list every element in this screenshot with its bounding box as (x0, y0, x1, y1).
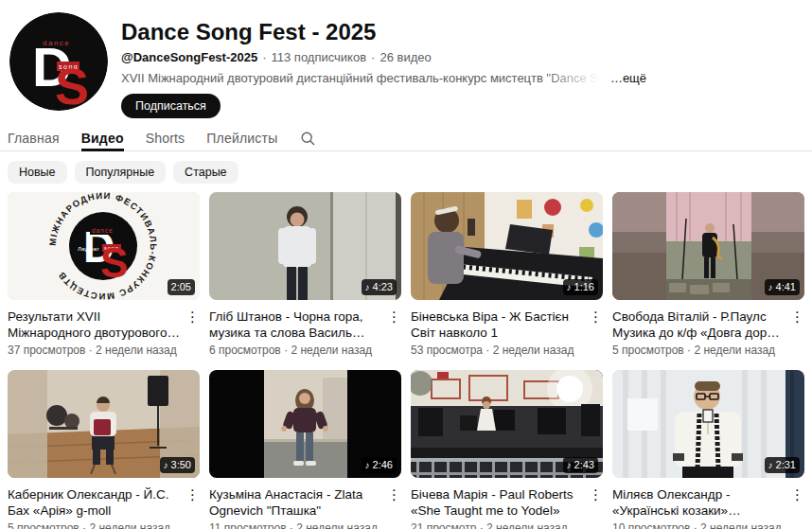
tab-videos[interactable]: Видео (81, 126, 124, 150)
tab-shorts[interactable]: Shorts (146, 126, 185, 150)
video-meta: 37 просмотров · 2 недели назад (8, 344, 181, 357)
duration-badge: 2:05 (168, 279, 195, 295)
video-title[interactable]: Бічева Марія - Paul Roberts «She Taught … (411, 486, 584, 519)
kebab-menu-icon[interactable]: ⋮ (790, 309, 804, 357)
channel-meta: @DanceSongFest-2025 · 113 подписчиков · … (121, 50, 784, 65)
video-title[interactable]: Каберник Олександр - Й.С. Бах «Арія» g-m… (8, 486, 181, 519)
kebab-menu-icon[interactable]: ⋮ (387, 309, 401, 357)
kebab-menu-icon[interactable]: ⋮ (387, 486, 401, 529)
channel-search-button[interactable] (301, 126, 315, 150)
kebab-menu-icon[interactable]: ⋮ (790, 486, 804, 529)
duration-label: 4:23 (373, 282, 393, 292)
video-card[interactable]: ♪ 3:50 Каберник Олександр - Й.С. Бах «Ар… (8, 370, 200, 529)
video-thumbnail[interactable]: ♪ 4:23 (209, 192, 401, 300)
duration-badge: ♪ 4:41 (765, 279, 800, 295)
kebab-menu-icon[interactable]: ⋮ (589, 309, 603, 357)
video-thumbnail[interactable]: ♪ 2:43 (411, 370, 603, 478)
music-note-icon: ♪ (768, 461, 773, 470)
video-title[interactable]: Результати XVII Міжнародного двотурового… (8, 309, 181, 341)
channel-tabbar: Главная Видео Shorts Плейлисты (0, 126, 812, 151)
description-text: XVII Міжнародний двотуровий дистанційний… (121, 71, 547, 85)
separator-dot: · (371, 50, 375, 65)
video-meta: 5 просмотров · 2 недели назад (8, 521, 181, 529)
video-title[interactable]: Міляєв Олександр - «Українські козаки» В… (612, 486, 786, 519)
chip-old[interactable]: Старые (173, 161, 238, 184)
video-card[interactable]: ♪ 2:43 Бічева Марія - Paul Roberts «She … (411, 370, 603, 529)
channel-handle: @DanceSongFest-2025 (121, 50, 257, 65)
video-meta: 21 просмотр · 2 недели назад (411, 521, 584, 529)
duration-label: 2:43 (574, 460, 594, 470)
channel-avatar[interactable]: D dance song S (9, 12, 108, 111)
channel-title: Dance Song Fest - 2025 (121, 19, 784, 45)
duration-label: 4:41 (776, 282, 796, 292)
video-card[interactable]: ♪ 1:16 Біневська Віра - Ж Бастієн Світ н… (411, 192, 603, 357)
video-title[interactable]: Свобода Віталій - Р.Паулс Музика до к/ф … (612, 309, 786, 341)
chip-popular[interactable]: Популярные (75, 161, 167, 184)
duration-badge: ♪ 2:43 (563, 457, 598, 473)
duration-label: 1:16 (574, 282, 594, 292)
music-note-icon: ♪ (164, 461, 168, 470)
video-meta: 53 просмотра · 2 недели назад (411, 344, 584, 357)
description-fading-text: "Dance So (547, 71, 606, 85)
more-link[interactable]: …ещё (610, 71, 646, 85)
svg-text:S: S (100, 239, 128, 286)
separator-dot: · (262, 50, 266, 65)
kebab-menu-icon[interactable]: ⋮ (185, 486, 200, 529)
video-thumbnail[interactable]: МІЖНАРОДНИЙ ФЕСТИВАЛЬ-КОНКУРС МИСТЕЦТВ D… (8, 192, 200, 300)
video-thumbnail[interactable]: ♪ 1:16 (411, 192, 603, 300)
kebab-menu-icon[interactable]: ⋮ (185, 309, 200, 357)
video-thumbnail[interactable]: ♪ 4:41 (612, 192, 804, 300)
video-meta: 6 просмотров · 2 недели назад (209, 344, 382, 357)
filter-chips: Новые Популярные Старые (8, 161, 238, 184)
video-thumbnail[interactable]: ♪ 2:31 (612, 370, 804, 478)
duration-badge: ♪ 2:46 (362, 457, 397, 473)
video-grid: МІЖНАРОДНИЙ ФЕСТИВАЛЬ-КОНКУРС МИСТЕЦТВ D… (8, 192, 804, 529)
video-title[interactable]: Кузьміна Анастасія - Zlata Ognevich "Пта… (209, 486, 382, 519)
video-card[interactable]: ♪ 4:41 Свобода Віталій - Р.Паулс Музика … (612, 192, 804, 357)
channel-description: XVII Міжнародний двотуровий дистанційний… (121, 71, 784, 86)
duration-label: 2:46 (373, 460, 393, 470)
music-note-icon: ♪ (768, 283, 773, 292)
chip-new[interactable]: Новые (8, 161, 67, 184)
tab-playlists[interactable]: Плейлисты (206, 126, 277, 150)
video-card[interactable]: ♪ 4:23 Гліб Штанов - Чорна гора, музика … (209, 192, 401, 357)
duration-badge: ♪ 2:31 (765, 457, 800, 473)
video-title[interactable]: Біневська Віра - Ж Бастієн Світ навколо … (411, 309, 584, 341)
music-note-icon: ♪ (567, 283, 572, 292)
music-note-icon: ♪ (567, 461, 572, 470)
duration-badge: ♪ 1:16 (563, 279, 598, 295)
svg-text:S: S (55, 58, 89, 111)
video-card[interactable]: МІЖНАРОДНИЙ ФЕСТИВАЛЬ-КОНКУРС МИСТЕЦТВ D… (8, 192, 200, 357)
video-title[interactable]: Гліб Штанов - Чорна гора, музика та слов… (209, 309, 382, 341)
video-thumbnail[interactable]: ♪ 3:50 (8, 370, 200, 478)
channel-logo-image: D dance song S (9, 12, 108, 111)
duration-label: 3:50 (171, 460, 191, 470)
video-thumbnail[interactable]: ♪ 2:46 (209, 370, 401, 478)
duration-label: 2:31 (776, 460, 796, 470)
subscriber-count: 113 подписчиков (272, 50, 367, 65)
duration-label: 2:05 (171, 282, 191, 292)
music-note-icon: ♪ (365, 461, 370, 470)
video-card[interactable]: ♪ 2:46 Кузьміна Анастасія - Zlata Ognevi… (209, 370, 401, 529)
video-meta: 11 просмотров · 2 недели назад (209, 521, 382, 529)
duration-badge: ♪ 3:50 (160, 457, 195, 473)
video-count: 26 видео (380, 50, 431, 65)
svg-text:dance: dance (92, 227, 114, 234)
search-icon (301, 132, 315, 146)
kebab-menu-icon[interactable]: ⋮ (589, 486, 603, 529)
video-meta: 5 просмотров · 2 недели назад (612, 344, 786, 357)
subscribe-button[interactable]: Подписаться (121, 94, 221, 118)
channel-header: Dance Song Fest - 2025 @DanceSongFest-20… (121, 19, 784, 118)
svg-text:dance: dance (43, 39, 70, 47)
duration-badge: ♪ 4:23 (362, 279, 397, 295)
video-meta: 10 просмотров · 2 недели назад (612, 521, 786, 529)
youtube-channel-page: D dance song S Dance Song Fest - 2025 @D… (0, 0, 812, 529)
svg-text:Лауреат: Лауреат (78, 246, 99, 252)
tab-home[interactable]: Главная (8, 126, 60, 150)
video-card[interactable]: ♪ 2:31 Міляєв Олександр - «Українські ко… (612, 370, 804, 529)
music-note-icon: ♪ (365, 283, 370, 292)
